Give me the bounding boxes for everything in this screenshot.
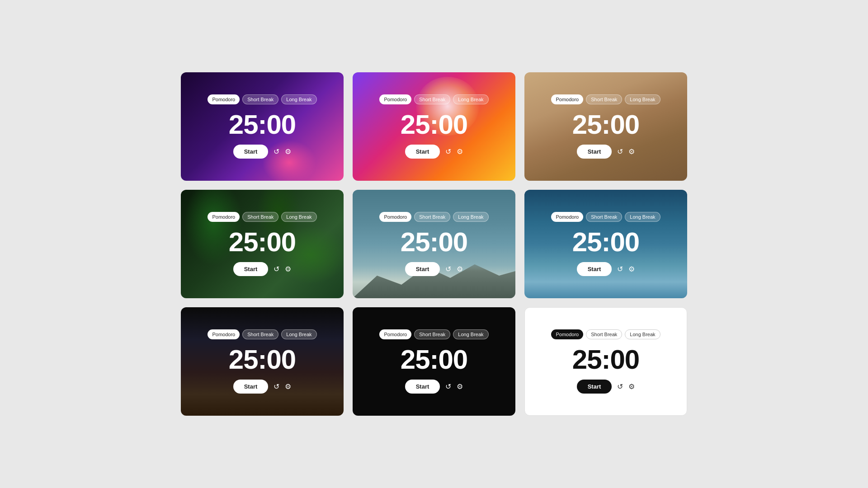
pomodoro-card-7: PomodoroShort BreakLong Break25:00Start↺… xyxy=(181,307,344,416)
timer-display-9: 25:00 xyxy=(572,344,639,375)
tab-bar-4: PomodoroShort BreakLong Break xyxy=(208,212,316,222)
reset-button-3[interactable]: ↺ xyxy=(617,147,623,156)
reset-button-1[interactable]: ↺ xyxy=(274,147,279,156)
timer-display-4: 25:00 xyxy=(229,226,296,258)
settings-button-5[interactable]: ⚙ xyxy=(457,265,463,273)
tab-bar-6: PomodoroShort BreakLong Break xyxy=(551,212,660,222)
controls-4: Start↺⚙ xyxy=(233,262,292,276)
settings-button-9[interactable]: ⚙ xyxy=(628,382,635,391)
start-button-5[interactable]: Start xyxy=(405,262,440,276)
reset-button-5[interactable]: ↺ xyxy=(445,265,451,273)
tab-pomodoro-7[interactable]: Pomodoro xyxy=(208,329,240,339)
tab-long-break-8[interactable]: Long Break xyxy=(453,329,488,339)
tab-long-break-7[interactable]: Long Break xyxy=(281,329,316,339)
timer-display-1: 25:00 xyxy=(229,109,296,140)
controls-8: Start↺⚙ xyxy=(405,380,463,394)
start-button-7[interactable]: Start xyxy=(233,380,269,394)
start-button-6[interactable]: Start xyxy=(577,262,612,276)
tab-bar-9: PomodoroShort BreakLong Break xyxy=(551,329,660,339)
settings-button-4[interactable]: ⚙ xyxy=(285,265,291,273)
timer-display-6: 25:00 xyxy=(572,226,639,258)
tab-pomodoro-3[interactable]: Pomodoro xyxy=(551,94,583,104)
timer-display-5: 25:00 xyxy=(401,226,467,258)
timer-display-8: 25:00 xyxy=(401,344,467,375)
start-button-1[interactable]: Start xyxy=(233,145,269,159)
pomodoro-card-5: PomodoroShort BreakLong Break25:00Start↺… xyxy=(353,190,515,298)
tab-long-break-4[interactable]: Long Break xyxy=(281,212,316,222)
tab-short-break-2[interactable]: Short Break xyxy=(414,94,450,104)
tab-pomodoro-1[interactable]: Pomodoro xyxy=(208,94,240,104)
tab-pomodoro-9[interactable]: Pomodoro xyxy=(551,329,583,339)
tab-bar-2: PomodoroShort BreakLong Break xyxy=(379,94,488,104)
timer-display-3: 25:00 xyxy=(572,109,639,140)
pomodoro-card-1: PomodoroShort BreakLong Break25:00Start↺… xyxy=(181,72,344,181)
settings-button-2[interactable]: ⚙ xyxy=(457,147,463,156)
settings-button-3[interactable]: ⚙ xyxy=(628,147,635,156)
reset-button-9[interactable]: ↺ xyxy=(617,382,623,391)
reset-button-2[interactable]: ↺ xyxy=(445,147,451,156)
tab-long-break-5[interactable]: Long Break xyxy=(453,212,488,222)
tab-pomodoro-6[interactable]: Pomodoro xyxy=(551,212,583,222)
controls-9: Start↺⚙ xyxy=(577,380,635,394)
tab-bar-8: PomodoroShort BreakLong Break xyxy=(379,329,488,339)
tab-short-break-7[interactable]: Short Break xyxy=(242,329,278,339)
controls-2: Start↺⚙ xyxy=(405,145,463,159)
start-button-4[interactable]: Start xyxy=(233,262,269,276)
tab-short-break-3[interactable]: Short Break xyxy=(586,94,622,104)
settings-button-6[interactable]: ⚙ xyxy=(628,265,635,273)
tab-bar-1: PomodoroShort BreakLong Break xyxy=(208,94,316,104)
tab-long-break-6[interactable]: Long Break xyxy=(625,212,660,222)
pomodoro-card-3: PomodoroShort BreakLong Break25:00Start↺… xyxy=(524,72,687,181)
tab-short-break-1[interactable]: Short Break xyxy=(242,94,278,104)
start-button-8[interactable]: Start xyxy=(405,380,440,394)
tab-bar-3: PomodoroShort BreakLong Break xyxy=(551,94,660,104)
controls-3: Start↺⚙ xyxy=(577,145,635,159)
tab-short-break-4[interactable]: Short Break xyxy=(242,212,278,222)
tab-short-break-6[interactable]: Short Break xyxy=(586,212,622,222)
pomodoro-card-9: PomodoroShort BreakLong Break25:00Start↺… xyxy=(524,307,687,416)
tab-pomodoro-5[interactable]: Pomodoro xyxy=(379,212,411,222)
tab-long-break-2[interactable]: Long Break xyxy=(453,94,488,104)
theme-grid: PomodoroShort BreakLong Break25:00Start↺… xyxy=(181,72,687,416)
tab-bar-5: PomodoroShort BreakLong Break xyxy=(379,212,488,222)
tab-pomodoro-2[interactable]: Pomodoro xyxy=(379,94,411,104)
pomodoro-card-8: PomodoroShort BreakLong Break25:00Start↺… xyxy=(353,307,515,416)
settings-button-7[interactable]: ⚙ xyxy=(285,382,291,391)
tab-long-break-1[interactable]: Long Break xyxy=(281,94,316,104)
reset-button-4[interactable]: ↺ xyxy=(274,265,279,273)
pomodoro-card-2: PomodoroShort BreakLong Break25:00Start↺… xyxy=(353,72,515,181)
tab-pomodoro-8[interactable]: Pomodoro xyxy=(379,329,411,339)
start-button-2[interactable]: Start xyxy=(405,145,440,159)
timer-display-2: 25:00 xyxy=(401,109,467,140)
tab-pomodoro-4[interactable]: Pomodoro xyxy=(208,212,240,222)
tab-long-break-3[interactable]: Long Break xyxy=(625,94,660,104)
reset-button-7[interactable]: ↺ xyxy=(274,382,279,391)
controls-7: Start↺⚙ xyxy=(233,380,292,394)
start-button-3[interactable]: Start xyxy=(577,145,612,159)
start-button-9[interactable]: Start xyxy=(577,380,612,394)
tab-short-break-8[interactable]: Short Break xyxy=(414,329,450,339)
timer-display-7: 25:00 xyxy=(229,344,296,375)
settings-button-1[interactable]: ⚙ xyxy=(285,147,291,156)
controls-1: Start↺⚙ xyxy=(233,145,292,159)
pomodoro-card-4: PomodoroShort BreakLong Break25:00Start↺… xyxy=(181,190,344,298)
tab-long-break-9[interactable]: Long Break xyxy=(625,329,660,339)
pomodoro-card-6: PomodoroShort BreakLong Break25:00Start↺… xyxy=(524,190,687,298)
controls-5: Start↺⚙ xyxy=(405,262,463,276)
tab-bar-7: PomodoroShort BreakLong Break xyxy=(208,329,316,339)
settings-button-8[interactable]: ⚙ xyxy=(457,382,463,391)
reset-button-6[interactable]: ↺ xyxy=(617,265,623,273)
reset-button-8[interactable]: ↺ xyxy=(445,382,451,391)
controls-6: Start↺⚙ xyxy=(577,262,635,276)
tab-short-break-5[interactable]: Short Break xyxy=(414,212,450,222)
tab-short-break-9[interactable]: Short Break xyxy=(586,329,622,339)
